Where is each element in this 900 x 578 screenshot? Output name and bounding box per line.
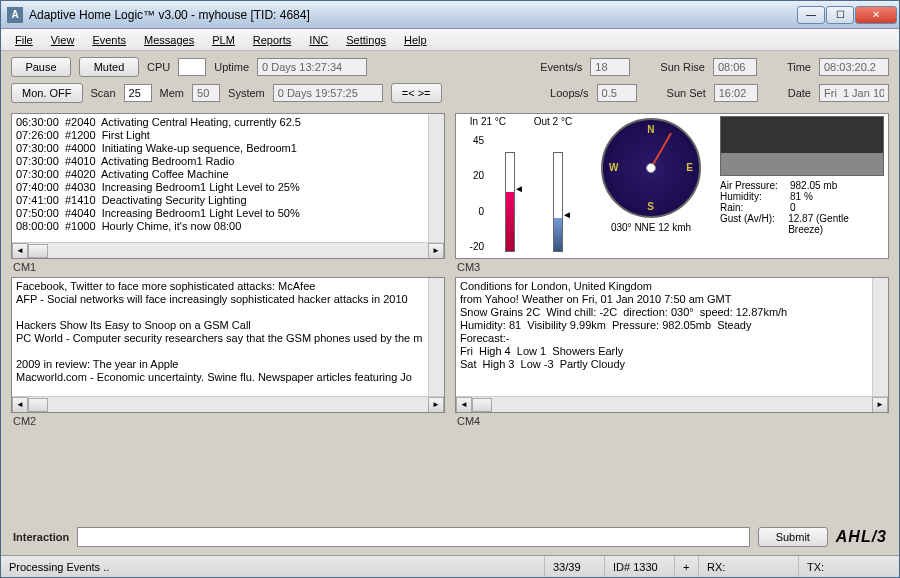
cm4-panel: Conditions for London, United Kingdom fr… <box>455 277 889 413</box>
system-label: System <box>228 87 265 99</box>
interaction-input[interactable] <box>77 527 750 547</box>
pressure-sparkline <box>720 116 884 176</box>
uptime-label: Uptime <box>214 61 249 73</box>
toolbar: Pause Muted CPU Uptime Events/s Sun Rise… <box>1 51 899 109</box>
menu-settings[interactable]: Settings <box>338 32 394 48</box>
compass-e: E <box>686 162 693 173</box>
maximize-button[interactable]: ☐ <box>826 6 854 24</box>
thermo-in: ◄ <box>505 152 515 252</box>
scan-label: Scan <box>91 87 116 99</box>
in-temp: 21 °C <box>481 116 506 127</box>
sunset-field <box>714 84 758 102</box>
cm1-scroll-h[interactable]: ◄ ► <box>12 242 444 258</box>
menu-events[interactable]: Events <box>84 32 134 48</box>
events-field <box>590 58 630 76</box>
menubar: File View Events Messages PLM Reports IN… <box>1 29 899 51</box>
muted-button[interactable]: Muted <box>79 57 139 77</box>
sunrise-field <box>713 58 757 76</box>
close-button[interactable]: ✕ <box>855 6 897 24</box>
cm4-scroll-v[interactable] <box>872 278 888 396</box>
scroll-right-icon[interactable]: ► <box>872 397 888 413</box>
date-label: Date <box>788 87 811 99</box>
nav-button[interactable]: =< >= <box>391 83 442 103</box>
humidity-label: Humidity: <box>720 191 790 202</box>
cm4-text[interactable]: Conditions for London, United Kingdom fr… <box>456 278 872 396</box>
cm4-label: CM4 <box>455 413 889 427</box>
cm2-text[interactable]: Facebook, Twitter to face more sophistic… <box>12 278 428 396</box>
scroll-right-icon[interactable]: ► <box>428 243 444 259</box>
scroll-thumb[interactable] <box>28 398 48 412</box>
app-icon: A <box>7 7 23 23</box>
uptime-field <box>257 58 367 76</box>
menu-help[interactable]: Help <box>396 32 435 48</box>
scroll-thumb[interactable] <box>28 244 48 258</box>
out-label: Out <box>534 116 550 127</box>
rain-label: Rain: <box>720 202 790 213</box>
humidity-value: 81 % <box>790 191 813 202</box>
window-title: Adaptive Home Logic™ v3.00 - myhouse [TI… <box>27 8 797 22</box>
cm1-scroll-v[interactable] <box>428 114 444 242</box>
status-rx: RX: <box>699 556 799 577</box>
cm1-label: CM1 <box>11 259 445 273</box>
minimize-button[interactable]: — <box>797 6 825 24</box>
pressure-value: 982.05 mb <box>790 180 837 191</box>
tick-neg20: -20 <box>462 241 484 252</box>
scroll-thumb[interactable] <box>472 398 492 412</box>
cm3-panel: In 21 °C Out 2 °C 45 20 0 -20 ◄ <box>455 113 889 259</box>
cm2-scroll-h[interactable]: ◄ ► <box>12 396 444 412</box>
cm2-panel: Facebook, Twitter to face more sophistic… <box>11 277 445 413</box>
date-field <box>819 84 889 102</box>
menu-messages[interactable]: Messages <box>136 32 202 48</box>
titlebar: A Adaptive Home Logic™ v3.00 - myhouse [… <box>1 1 899 29</box>
cpu-field[interactable] <box>178 58 206 76</box>
tick-45: 45 <box>462 135 484 146</box>
status-plus: + <box>675 556 699 577</box>
time-label: Time <box>787 61 811 73</box>
compass: N E S W 030° NNE 12 kmh <box>586 114 716 258</box>
scroll-right-icon[interactable]: ► <box>428 397 444 413</box>
cpu-label: CPU <box>147 61 170 73</box>
status-count: 33/39 <box>545 556 605 577</box>
time-field <box>819 58 889 76</box>
menu-plm[interactable]: PLM <box>204 32 243 48</box>
scroll-left-icon[interactable]: ◄ <box>12 243 28 259</box>
menu-inc[interactable]: INC <box>301 32 336 48</box>
scan-field[interactable] <box>124 84 152 102</box>
pressure-label: Air Pressure: <box>720 180 790 191</box>
cm4-scroll-h[interactable]: ◄ ► <box>456 396 888 412</box>
thermo-out: ◄ <box>553 152 563 252</box>
menu-file[interactable]: File <box>7 32 41 48</box>
loops-field <box>597 84 637 102</box>
logo: AHL/3 <box>836 528 887 546</box>
tick-20: 20 <box>462 170 484 181</box>
rain-value: 0 <box>790 202 796 213</box>
in-label: In <box>470 116 478 127</box>
compass-s: S <box>647 201 654 212</box>
monoff-button[interactable]: Mon. OFF <box>11 83 83 103</box>
sunrise-label: Sun Rise <box>660 61 705 73</box>
tick-0: 0 <box>462 206 484 217</box>
scroll-left-icon[interactable]: ◄ <box>12 397 28 413</box>
scroll-left-icon[interactable]: ◄ <box>456 397 472 413</box>
sunset-label: Sun Set <box>667 87 706 99</box>
loops-label: Loops/s <box>550 87 589 99</box>
gust-label: Gust (Av/H): <box>720 213 788 235</box>
gust-value: 12.87 (Gentle Breeze) <box>788 213 884 235</box>
compass-reading: 030° NNE 12 kmh <box>611 222 691 233</box>
cm1-panel: 06:30:00 #2040 Activating Central Heatin… <box>11 113 445 259</box>
cm3-label: CM3 <box>455 259 889 273</box>
submit-button[interactable]: Submit <box>758 527 828 547</box>
cm2-label: CM2 <box>11 413 445 427</box>
menu-view[interactable]: View <box>43 32 83 48</box>
cm1-text[interactable]: 06:30:00 #2040 Activating Central Heatin… <box>12 114 428 242</box>
cm2-scroll-v[interactable] <box>428 278 444 396</box>
status-id: ID# 1330 <box>605 556 675 577</box>
compass-w: W <box>609 162 618 173</box>
pause-button[interactable]: Pause <box>11 57 71 77</box>
menu-reports[interactable]: Reports <box>245 32 300 48</box>
status-msg: Processing Events .. <box>1 556 545 577</box>
mem-field <box>192 84 220 102</box>
system-field <box>273 84 383 102</box>
interaction-bar: Interaction Submit AHL/3 <box>1 519 899 555</box>
statusbar: Processing Events .. 33/39 ID# 1330 + RX… <box>1 555 899 577</box>
